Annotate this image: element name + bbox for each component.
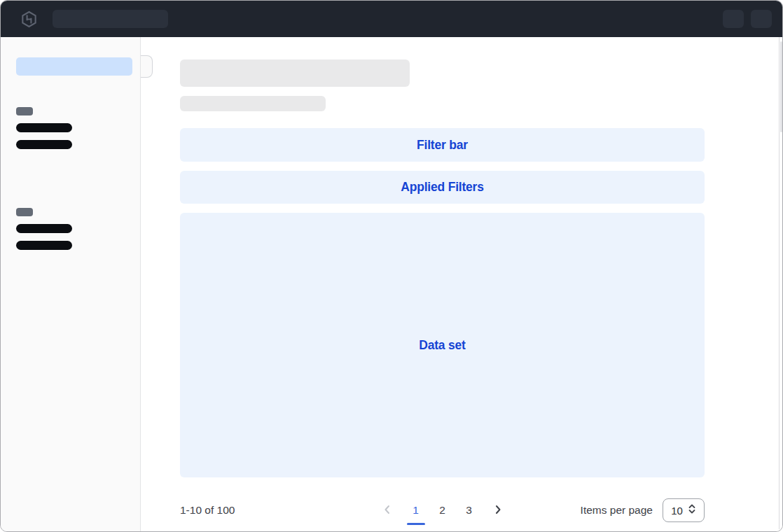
applied-filters-label: Applied Filters bbox=[401, 180, 484, 195]
sidebar-group2-item-skeleton bbox=[16, 241, 72, 250]
pager: 1 2 3 bbox=[375, 500, 511, 521]
scrollbar-track[interactable] bbox=[779, 37, 779, 529]
search-input-placeholder[interactable] bbox=[53, 10, 168, 28]
data-set-panel: Data set bbox=[180, 213, 705, 477]
page-subtitle-skeleton bbox=[180, 96, 326, 111]
page-button-2[interactable]: 2 bbox=[432, 500, 453, 521]
sidebar-group2-item-skeleton bbox=[16, 224, 72, 233]
page-button-1[interactable]: 1 bbox=[406, 500, 427, 521]
page-button-3[interactable]: 3 bbox=[459, 500, 480, 521]
sidebar bbox=[1, 37, 141, 531]
chevron-right-icon bbox=[492, 504, 504, 517]
sidebar-group1-item-skeleton bbox=[16, 123, 72, 132]
top-nav-bar bbox=[1, 1, 782, 37]
items-per-page-select[interactable]: 10 bbox=[663, 498, 705, 522]
sidebar-group2-badge-skeleton bbox=[16, 208, 33, 216]
active-page-underline bbox=[407, 523, 425, 525]
select-stepper-icon bbox=[688, 503, 696, 517]
items-per-page-value: 10 bbox=[671, 505, 683, 517]
topbar-actions bbox=[723, 10, 772, 28]
sidebar-active-item-skeleton[interactable] bbox=[16, 57, 132, 76]
prev-page-button[interactable] bbox=[377, 500, 397, 520]
items-per-page-group: Items per page 10 bbox=[581, 498, 705, 522]
filter-bar-label: Filter bar bbox=[417, 138, 468, 153]
page-title-skeleton bbox=[180, 59, 410, 87]
sidebar-collapse-toggle[interactable] bbox=[141, 55, 153, 78]
chevron-left-icon bbox=[382, 504, 393, 517]
help-button-placeholder[interactable] bbox=[723, 10, 744, 28]
sidebar-group1-badge-skeleton bbox=[16, 107, 33, 115]
filter-bar-panel: Filter bar bbox=[180, 128, 705, 162]
main-content: Filter bar Applied Filters Data set 1-10… bbox=[141, 37, 782, 531]
app-window: Filter bar Applied Filters Data set 1-10… bbox=[0, 0, 783, 532]
pagination-range-text: 1-10 of 100 bbox=[180, 504, 235, 517]
pagination-bar: 1-10 of 100 1 2 3 bbox=[180, 496, 705, 524]
next-page-button[interactable] bbox=[488, 500, 508, 520]
applied-filters-panel: Applied Filters bbox=[180, 171, 705, 204]
scrollbar-thumb[interactable] bbox=[780, 41, 782, 132]
sidebar-group1-item-skeleton bbox=[16, 140, 72, 149]
account-button-placeholder[interactable] bbox=[751, 10, 772, 28]
hashicorp-logo-icon bbox=[20, 10, 38, 28]
items-per-page-label: Items per page bbox=[581, 504, 653, 517]
data-set-label: Data set bbox=[419, 338, 466, 353]
